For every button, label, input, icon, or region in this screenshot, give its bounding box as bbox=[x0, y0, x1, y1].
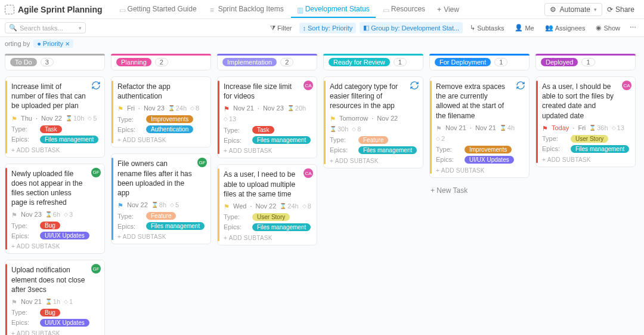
type-pill: Improvements bbox=[146, 115, 193, 123]
task-card[interactable]: GFNewly uploaded file does not appear in… bbox=[5, 164, 105, 254]
show-button[interactable]: ◉Show bbox=[592, 22, 624, 33]
card-meta: ⚑Today·Fri ⌛36h ◇13 bbox=[542, 124, 630, 131]
add-subtask-button[interactable]: + ADD SUBTASK bbox=[224, 147, 312, 154]
meta-item: ◇13 bbox=[612, 124, 624, 131]
task-card[interactable]: CAAs a user, I should be able to sort th… bbox=[535, 76, 636, 167]
epic-pill: Files management bbox=[252, 223, 311, 231]
epics-row: Epics:Files management bbox=[224, 223, 312, 231]
flag-icon: ⚑ bbox=[117, 105, 123, 111]
epics-row: Epics:Files management bbox=[224, 136, 312, 144]
flag-icon: ⚑ bbox=[542, 125, 548, 131]
add-view-button[interactable]: +View bbox=[432, 3, 464, 16]
add-subtask-button[interactable]: + ADD SUBTASK bbox=[11, 243, 100, 250]
tab-label: Resources bbox=[391, 5, 425, 13]
tab-sprint-backlog[interactable]: ≡Sprint Backlog Items bbox=[204, 1, 290, 18]
add-subtask-button[interactable]: + ADD SUBTASK bbox=[330, 158, 418, 164]
column-header[interactable]: Ready for Review1 bbox=[323, 54, 423, 70]
more-button[interactable]: ⋯ bbox=[627, 22, 639, 33]
group-button[interactable]: ◧Group by: Development Stat... bbox=[360, 22, 463, 33]
filter-label: Filter bbox=[277, 24, 292, 32]
filter-button[interactable]: ⧩Filter bbox=[267, 22, 295, 33]
top-bar: Agile Sprint Planning ▭Getting Started G… bbox=[0, 0, 644, 19]
flag-icon: ⚑ bbox=[11, 299, 17, 305]
card-title: Refactor the app authentication bbox=[117, 82, 206, 101]
card-title: As a user, I need to be able to upload m… bbox=[224, 170, 312, 199]
new-task-button[interactable]: + New Task bbox=[429, 183, 530, 198]
tab-resources[interactable]: ▭Resources bbox=[377, 1, 431, 18]
add-subtask-button[interactable]: + ADD SUBTASK bbox=[11, 330, 100, 335]
task-card[interactable]: Refactor the app authentication⚑Fri·Nov … bbox=[111, 76, 211, 147]
add-subtask-button[interactable]: + ADD SUBTASK bbox=[11, 147, 100, 153]
start-date: Nov 21 bbox=[21, 298, 42, 305]
search-input[interactable]: 🔍 Search tasks... ▾ bbox=[5, 22, 86, 33]
me-label: Me bbox=[525, 24, 534, 32]
flag-icon: ⚑ bbox=[11, 115, 17, 121]
board-column: Implementation2CAIncrease file size limi… bbox=[217, 54, 317, 335]
epic-pill: Authentication bbox=[146, 125, 193, 133]
count-badge: 1 bbox=[581, 58, 595, 66]
start-date: Wed bbox=[233, 202, 246, 210]
avatar[interactable]: CA bbox=[622, 81, 631, 90]
status-pill: Implementation bbox=[222, 58, 277, 66]
column-header[interactable]: To Do3 bbox=[5, 54, 105, 70]
close-icon[interactable]: ✕ bbox=[65, 41, 70, 47]
card-title: Add category type for easier filtering o… bbox=[330, 82, 418, 111]
eye-icon: ◉ bbox=[596, 24, 602, 32]
add-subtask-button[interactable]: + ADD SUBTASK bbox=[117, 137, 206, 143]
tab-development-status[interactable]: ▥Development Status bbox=[291, 1, 376, 18]
task-card[interactable]: Remove extra spaces the are currently al… bbox=[429, 76, 530, 178]
column-header[interactable]: Planning2 bbox=[111, 54, 211, 70]
add-subtask-button[interactable]: + ADD SUBTASK bbox=[542, 156, 630, 163]
kanban-board: To Do3Increase limit of number of files … bbox=[0, 50, 644, 335]
start-date: Thu bbox=[21, 115, 32, 122]
add-subtask-button[interactable]: + ADD SUBTASK bbox=[436, 167, 524, 174]
meta-item: ⌛1h bbox=[45, 298, 60, 305]
me-button[interactable]: 👤Me bbox=[511, 22, 537, 33]
add-subtask-button[interactable]: + ADD SUBTASK bbox=[117, 233, 206, 240]
flag-icon: ⚑ bbox=[224, 105, 230, 111]
epic-pill: Files management bbox=[146, 222, 205, 230]
share-button[interactable]: ⟳ Share bbox=[602, 3, 639, 16]
assignees-button[interactable]: 👥Assignees bbox=[541, 22, 589, 33]
type-pill: Feature bbox=[358, 136, 388, 144]
column-header[interactable]: Implementation2 bbox=[217, 54, 317, 70]
subtasks-button[interactable]: ↳Subtasks bbox=[466, 22, 507, 33]
task-card[interactable]: Add category type for easier filtering o… bbox=[323, 76, 423, 168]
meta-item: ⌛6h bbox=[45, 211, 60, 218]
type-row: Type:User Story bbox=[224, 213, 312, 221]
automate-button[interactable]: ⚙ Automate ▾ bbox=[544, 3, 602, 16]
type-row: Type:User Story bbox=[542, 135, 630, 143]
epic-pill: UI/UX Updates bbox=[40, 232, 89, 239]
sorting-label: orting by bbox=[5, 40, 30, 47]
tab-label: Sprint Backlog Items bbox=[218, 5, 284, 13]
start-date: Nov 23 bbox=[21, 211, 42, 218]
task-card[interactable]: GFUpload notification element does not c… bbox=[5, 260, 105, 335]
task-card[interactable]: GFFile owners can rename files after it … bbox=[111, 153, 211, 244]
sort-label: Sort by: Priority bbox=[308, 24, 352, 32]
task-card[interactable]: CAAs a user, I need to be able to upload… bbox=[217, 164, 317, 245]
card-title: As a user, I should be able to sort the … bbox=[542, 82, 630, 121]
task-card[interactable]: CAIncrease file size limit for videos⚑No… bbox=[217, 76, 317, 158]
sort-chip[interactable]: ● Priority ✕ bbox=[33, 39, 73, 48]
type-pill: Bug bbox=[40, 309, 60, 316]
tab-label: Getting Started Guide bbox=[128, 5, 197, 13]
type-pill: Improvements bbox=[465, 146, 512, 153]
chevron-down-icon: ▾ bbox=[594, 7, 597, 13]
meta-item: ◇3 bbox=[64, 211, 73, 218]
epics-row: Epics:Files management bbox=[542, 145, 630, 153]
start-date: Fri bbox=[127, 105, 135, 112]
column-header[interactable]: Deployed1 bbox=[535, 54, 636, 70]
avatar[interactable]: CA bbox=[304, 81, 313, 90]
board-column: Planning2Refactor the app authentication… bbox=[111, 54, 211, 335]
column-header[interactable]: For Deployment1 bbox=[429, 54, 530, 70]
avatar[interactable]: GF bbox=[91, 168, 101, 177]
sort-button[interactable]: ↕Sort by: Priority bbox=[299, 23, 357, 33]
people-icon: 👥 bbox=[545, 24, 553, 32]
card-meta: ⚑Wed·Nov 22 ⌛24h ◇8 bbox=[224, 202, 312, 210]
meta-item: ◇5 bbox=[88, 115, 97, 122]
end-date: Nov 22 bbox=[255, 202, 276, 210]
task-card[interactable]: Increase limit of number of files that c… bbox=[5, 76, 105, 158]
add-subtask-button[interactable]: + ADD SUBTASK bbox=[224, 235, 312, 241]
tab-getting-started[interactable]: ▭Getting Started Guide bbox=[113, 1, 203, 18]
end-date: Fri bbox=[578, 124, 586, 131]
